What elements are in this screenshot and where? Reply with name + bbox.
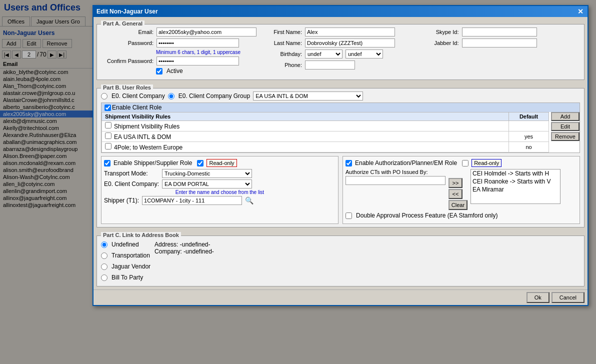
auth-list-item[interactable]: EA Miramar (471, 186, 560, 194)
part-c-radios: Undefined Transportation Jaguar Vendor B… (101, 241, 150, 283)
auth-list-item[interactable]: CEI Roanoke -> Starts with V (471, 178, 560, 186)
last-name-label: Last Name: (264, 40, 302, 46)
radio-jaguar-vendor-label: Jaguar Vendor (112, 263, 150, 270)
auth-search-input[interactable] (346, 176, 446, 185)
shipper-input[interactable] (142, 196, 242, 205)
row-checkbox[interactable] (105, 143, 112, 150)
transport-grid: Transport Mode: Trucking-Domestic E0. Cl… (104, 169, 336, 188)
row-checkbox[interactable] (105, 132, 112, 139)
enable-auth-checkbox[interactable] (346, 160, 352, 166)
password-input[interactable] (156, 38, 239, 48)
address-label: Address: (154, 241, 178, 248)
jabber-row: Jabber Id: (426, 38, 580, 48)
arrow-right-button[interactable]: >> (448, 178, 462, 188)
active-checkbox[interactable] (156, 68, 162, 74)
radio-transportation-label: Transportation (112, 252, 150, 259)
address-value: -undefined- (180, 241, 210, 248)
radio-jaguar-vendor[interactable] (101, 264, 108, 270)
auth-role-box: Enable Authorization/Planner/EM Role Rea… (342, 156, 580, 224)
double-approval-row: Double Approval Process Feature (EA Stam… (346, 212, 577, 219)
readonly-auth-button[interactable]: Read-only (472, 159, 502, 167)
confirm-password-input[interactable] (156, 56, 239, 66)
last-name-row: Last Name: (264, 38, 418, 48)
auth-list[interactable]: CEI Holmdel -> Starts with H CEI Roanoke… (470, 169, 560, 204)
table-row: EA USA INTL & DOM yes (102, 132, 549, 142)
authorize-label: Authorize CTs with PO Issued By: (346, 169, 446, 175)
auth-list-container: CEI Holmdel -> Starts with H CEI Roanoke… (470, 169, 560, 204)
confirm-password-row: Confirm Password: (101, 56, 256, 66)
skype-input[interactable] (462, 28, 537, 36)
birthday-select1[interactable]: undef (305, 50, 342, 58)
e0-client-company-label: E0. Client Company: (104, 180, 159, 188)
readonly-auth-checkbox[interactable] (462, 160, 468, 166)
enable-shipper-checkbox[interactable] (104, 160, 110, 166)
table-row: Shipment Visibility Rules (102, 121, 549, 132)
jabber-input[interactable] (462, 38, 537, 48)
first-name-input[interactable] (305, 28, 395, 36)
part-c-legend: Part C. Link to Address Book (101, 232, 181, 238)
modal-titlebar: Edit Non-Jaguar User ✕ (94, 6, 588, 17)
email-input[interactable] (156, 28, 256, 36)
part-a-section: Part A. General Email: Password: Minimum… (96, 24, 584, 80)
add-rule-button[interactable]: Add (551, 112, 580, 121)
radio-undefined-label: Undefined (112, 241, 139, 248)
arrow-left-button[interactable]: << (448, 189, 462, 199)
clear-button[interactable]: Clear (448, 200, 468, 210)
birthday-select2[interactable]: undef (346, 50, 383, 58)
edit-rule-button[interactable]: Edit (551, 122, 580, 131)
shipper-role-box: Enable Shipper/Supplier Role Read-only T… (101, 156, 338, 224)
radio-undefined[interactable] (101, 242, 108, 248)
auth-grid: Authorize CTs with PO Issued By: >> << C… (346, 169, 577, 210)
table-action-buttons: Add Edit Remove (551, 112, 580, 152)
part-a-col3: Skype Id: Jabber Id: (426, 28, 580, 76)
double-approval-checkbox[interactable] (346, 212, 352, 219)
enable-client-role-label: Enable Client Role (112, 104, 162, 111)
part-c-content: Undefined Transportation Jaguar Vendor B… (101, 241, 580, 283)
cancel-button[interactable]: Cancel (552, 292, 584, 303)
phone-input[interactable] (305, 60, 355, 70)
phone-row: Phone: (264, 60, 418, 70)
part-a-col2: First Name: Last Name: Birthday: undef (264, 28, 418, 76)
last-name-input[interactable] (305, 38, 395, 48)
radio-bill-to-party-label: Bill To Party (112, 274, 143, 281)
row-label: 4Pole; to Western Europe (114, 144, 182, 151)
enable-client-role-checkbox[interactable] (104, 104, 111, 111)
auth-list-item[interactable]: CEI Holmdel -> Starts with H (471, 170, 560, 178)
role-selection-row: E0. Client Company E0. Client Company Gr… (101, 92, 580, 100)
row-label: EA USA INTL & DOM (114, 134, 171, 140)
confirm-password-label: Confirm Password: (101, 58, 154, 64)
email-row: Email: (101, 28, 256, 36)
part-b-section: Part B. User Roles E0. Client Company E0… (96, 88, 584, 228)
skype-label: Skype Id: (426, 29, 459, 35)
company-group-select[interactable]: EA USA INTL & DOM (253, 92, 363, 100)
birthday-label: Birthday: (264, 51, 302, 57)
row-value (509, 121, 549, 132)
first-name-label: First Name: (264, 29, 302, 35)
active-label: Active (166, 68, 183, 74)
readonly-shipper-button[interactable]: Read-only (206, 159, 236, 167)
e0-client-company-select[interactable]: EA DOM PORTAL (162, 180, 252, 188)
ok-button[interactable]: Ok (526, 292, 550, 303)
active-row: Active (101, 68, 256, 74)
shipper-label: Shipper (T1): (104, 197, 139, 204)
radio-client-company[interactable] (101, 93, 108, 100)
phone-label: Phone: (264, 62, 302, 68)
remove-rule-button[interactable]: Remove (551, 132, 580, 141)
transport-mode-select[interactable]: Trucking-Domestic (162, 169, 252, 178)
part-a-col1: Email: Password: Minimum 6 chars, 1 digi… (101, 28, 256, 76)
shipper-search-icon[interactable]: 🔍 (245, 196, 254, 204)
radio-bill-to-party[interactable] (101, 274, 108, 281)
auth-title-row: Enable Authorization/Planner/EM Role Rea… (346, 159, 577, 167)
radio-client-company-group[interactable] (168, 93, 174, 100)
modal-title: Edit Non-Jaguar User (96, 8, 158, 15)
radio-undefined-row: Undefined (101, 241, 150, 248)
radio-transportation[interactable] (101, 252, 108, 259)
readonly-shipper-checkbox[interactable] (197, 160, 204, 166)
close-icon[interactable]: ✕ (576, 8, 584, 16)
enable-client-role-row: Enable Client Role (102, 103, 580, 112)
row-checkbox[interactable] (105, 122, 112, 128)
email-label: Email: (101, 29, 154, 35)
address-info: Address: -undefined- Company: -undefined… (154, 241, 580, 283)
col-visibility-rules: Shipment Visibility Rules (102, 112, 509, 121)
password-label: Password: (101, 40, 154, 46)
